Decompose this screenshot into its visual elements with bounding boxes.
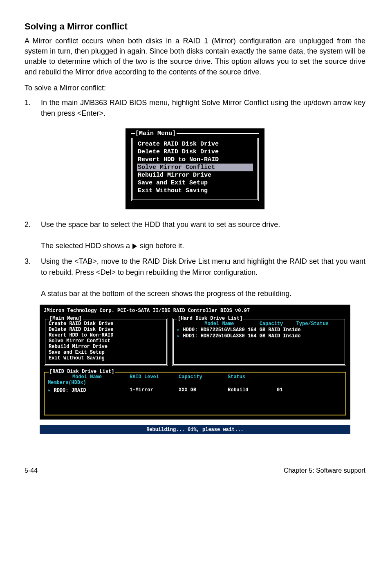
step-2-number: 2. [25, 219, 41, 251]
bios-menu-item: Exit Without Saving [49, 355, 163, 361]
raid-header-capacity: Capacity [179, 374, 228, 386]
main-menu-title: [Main Menu] [135, 130, 177, 137]
raid-list-label: [RAID Disk Drive List] [49, 369, 115, 375]
footer-chapter: Chapter 5: Software support [284, 467, 365, 474]
hdd-id: HDD0: [183, 327, 197, 333]
triangle-right-icon: ▶ [132, 240, 137, 251]
raid-bios-terminal: JMicron Technology Corp. PCI-to-SATA II/… [40, 305, 350, 420]
step-1-text: In the main JMB363 RAID BIOS menu, highl… [41, 97, 365, 119]
bios-title: JMicron Technology Corp. PCI-to-SATA II/… [40, 305, 350, 315]
step-2-sub-before: The selected HDD shows a [41, 242, 132, 250]
bios-menu-item: Rebuild Mirror Drive [49, 344, 163, 350]
raid-disk-drive-list-pane: [RAID Disk Drive List] Model Name Member… [44, 372, 346, 415]
hdd-capacity: 164 GB [248, 327, 265, 333]
step-2-text: Use the space bar to select the HDD that… [41, 220, 280, 229]
raid-members-header: Members(HDDx) [48, 380, 130, 386]
bios-menu-item: Create RAID Disk Drive [49, 321, 163, 327]
bios-main-menu-label: [Main Menu] [49, 316, 83, 321]
bios-menu-item: Revert HDD to Non-RAID [49, 332, 163, 338]
step-3-number: 3. [25, 256, 41, 298]
triangle-right-icon: ▸ [177, 333, 183, 339]
page-footer: 5-44 Chapter 5: Software support [25, 467, 365, 474]
hdd-type: RAID Inside [268, 333, 300, 339]
raid-row: ▸ RDD0: JRAID 1-Mirror XXX GB Rebuild 01 [48, 387, 342, 393]
raid-name: JRAID [72, 388, 86, 393]
raid-level: 1-Mirror [130, 387, 179, 393]
hard-disk-drive-list-pane: [Hard Disk Drive List] Model Name Capaci… [172, 318, 346, 366]
bios-menu-item: Delete RAID Disk Drive [49, 327, 163, 332]
hdd-header-capacity: Capacity [260, 321, 283, 327]
raid-header-status: Status [228, 374, 277, 386]
hdd-model: HDS722516DLA380 [201, 333, 245, 339]
step-3: 3. Using the <TAB>, move to the RAID Dis… [25, 256, 365, 298]
menu-item: Revert HDD to Non-RAID [137, 156, 253, 164]
hdd-header-type: Type/Status [296, 321, 329, 327]
hdd-capacity: 164 GB [248, 333, 265, 339]
raid-extra: 01 [277, 387, 342, 393]
step-2-sub-after: sign before it. [138, 242, 184, 250]
hdd-id: HDD1: [183, 333, 197, 339]
heading-solving-mirror-conflict: Solving a Mirror conflict [25, 21, 365, 32]
lead-in: To solve a Mirror conflict: [25, 83, 365, 93]
intro-paragraph: A Mirror conflict occurs when both disks… [25, 36, 365, 77]
hdd-row: ▸ HDD1: HDS722516DLA380 164 GB RAID Insi… [177, 333, 341, 339]
menu-item: Save and Exit Setup [137, 179, 253, 187]
raid-id: RDD0: [54, 388, 68, 393]
hdd-header-model: Model Name [204, 321, 234, 327]
hdd-model: HDS722516VLSA80 [201, 327, 245, 333]
step-2: 2. Use the space bar to select the HDD t… [25, 219, 365, 251]
raid-capacity: XXX GB [179, 387, 228, 393]
hdd-row: ▸ HDD0: HDS722516VLSA80 164 GB RAID Insi… [177, 327, 341, 333]
menu-item: Delete RAID Disk Drive [137, 148, 253, 156]
hdd-type: RAID Inside [268, 327, 300, 333]
raid-status: Rebuild [228, 387, 277, 393]
menu-item: Exit Without Saving [137, 187, 253, 195]
bios-menu-item: Solve Mirror Conflict [49, 338, 163, 344]
step-3-sub: A status bar at the bottom of the screen… [41, 290, 291, 298]
menu-item: Rebuild Mirror Drive [137, 171, 253, 179]
step-1-number: 1. [25, 97, 41, 119]
menu-item: Create RAID Disk Drive [137, 140, 253, 148]
step-3-text: Using the <TAB>, move to the RAID Disk D… [41, 257, 365, 276]
step-1: 1. In the main JMB363 RAID BIOS menu, hi… [25, 97, 365, 119]
raid-header-level: RAID Level [130, 374, 179, 386]
raid-header-model: Model Name [72, 374, 102, 380]
hdd-list-label: [Hard Disk Drive List] [177, 316, 243, 321]
triangle-right-icon: ▸ [177, 327, 183, 333]
main-menu-terminal: [Main Menu] Create RAID Disk Drive Delet… [126, 128, 264, 209]
bios-main-menu-pane: [Main Menu] Create RAID Disk Drive Delet… [44, 318, 168, 366]
bios-menu-item: Save and Exit Setup [49, 350, 163, 355]
menu-item-selected: Solve Mirror Conflict [137, 164, 253, 171]
triangle-right-icon: ▸ [48, 388, 54, 393]
rebuild-status-bar: Rebuilding... 01%, please wait... [40, 425, 350, 434]
footer-page-number: 5-44 [25, 467, 38, 474]
